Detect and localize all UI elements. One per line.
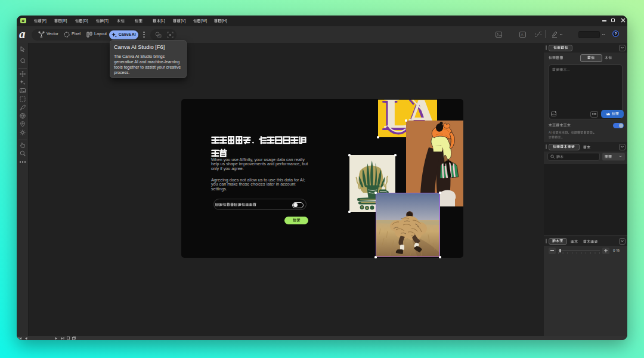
svg-text:[H]: [H] [222,18,227,23]
svg-text:[F]: [F] [42,18,47,23]
svg-text:[D]: [D] [83,18,88,23]
svg-text:[L]: [L] [160,18,165,23]
svg-text:[E]: [E] [62,18,67,23]
svg-text:[W]: [W] [201,18,207,23]
svg-text:?: ? [615,32,617,36]
svg-text:[T]: [T] [104,18,109,23]
svg-text:A: A [521,33,524,36]
svg-text:[V]: [V] [181,18,185,23]
svg-text:AI: AI [549,131,552,134]
svg-text:...: ... [567,67,570,72]
svg-text:A: A [159,35,160,38]
